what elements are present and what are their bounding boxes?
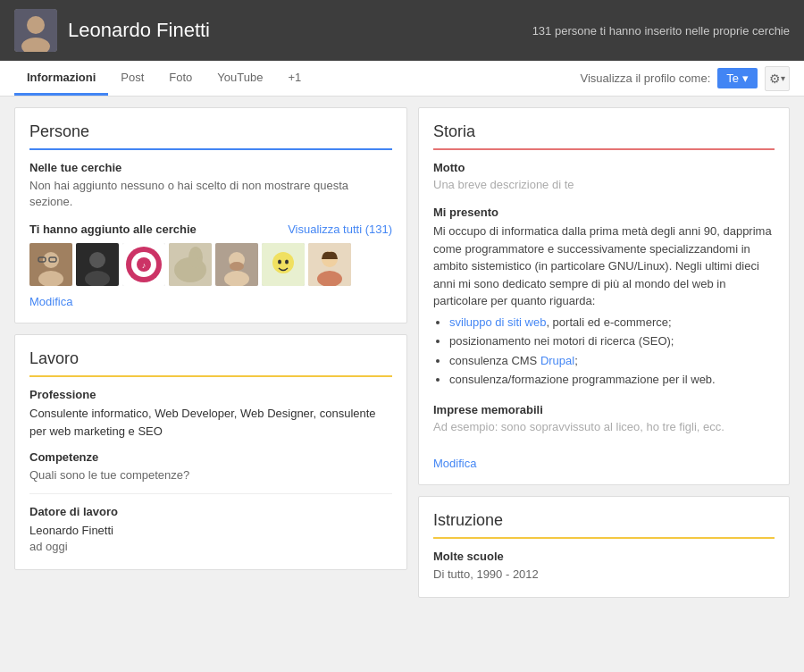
svg-point-23 [230,262,244,271]
molte-scuole-label: Molte scuole [433,550,775,563]
lavoro-title: Lavoro [29,349,392,377]
motto-placeholder: Una breve descrizione di te [433,178,775,191]
list-item[interactable] [76,243,119,286]
persone-modifica-link[interactable]: Modifica [29,295,72,308]
competenze-label: Competenze [29,450,392,464]
list-item[interactable] [29,243,72,286]
tab-plus1[interactable]: +1 [275,61,314,96]
storia-title: Storia [433,122,775,150]
svg-point-19 [194,248,201,259]
nav-bar: Informazioni Post Foto YouTube +1 Visual… [0,61,804,97]
datore-label: Datore di lavoro [29,505,392,518]
svg-text:♪: ♪ [142,261,147,270]
mi-presento-section: Mi presento Mi occupo di informatica dal… [433,206,775,389]
persone-title: Persone [29,122,392,150]
svg-point-9 [89,252,105,268]
header-circles-text: 131 persone ti hanno inserito nelle prop… [532,24,790,38]
tab-foto[interactable]: Foto [156,61,205,96]
istruzione-card: Istruzione Molte scuole Di tutto, 1990 -… [418,496,790,598]
list-item[interactable] [308,243,351,286]
header-left: Leonardo Finetti [14,9,210,52]
view-profile-label: Visualizza il profilo come: [581,71,711,85]
nelle-tue-cerchie-text: Non hai aggiunto nessuno o hai scelto di… [29,178,392,210]
mi-presento-body: Mi occupo di informatica dalla prima met… [433,223,775,389]
nav-tabs: Informazioni Post Foto YouTube +1 [14,61,314,96]
professione-value: Consulente informatico, Web Developer, W… [29,405,392,440]
header-name: Leonardo Finetti [68,19,210,42]
divider [29,493,392,494]
gear-chevron-icon: ▾ [781,73,785,83]
sviluppo-link[interactable]: sviluppo di siti web [449,315,546,329]
gear-button[interactable]: ⚙ ▾ [765,66,790,91]
list-item: sviluppo di siti web, portali ed e-comme… [449,314,775,332]
lavoro-card: Lavoro Professione Consulente informatic… [14,334,407,570]
chevron-down-icon: ▾ [742,71,749,85]
list-item: consulenza/formazione programmazione per… [449,371,775,389]
left-column: Persone Nelle tue cerchie Non hai aggiun… [14,107,407,598]
main-content: Persone Nelle tue cerchie Non hai aggiun… [0,97,804,609]
list-item: posizionamento nei motori di ricerca (SE… [449,332,775,350]
list-item[interactable] [215,243,258,286]
storia-modifica-link[interactable]: Modifica [433,457,476,470]
ti-hanno-header: Ti hanno aggiunto alle cerchie Visualizz… [29,223,392,236]
tab-post[interactable]: Post [108,61,156,96]
drupal-link[interactable]: Drupal [540,354,574,367]
tab-informazioni[interactable]: Informazioni [14,61,108,96]
persone-card: Persone Nelle tue cerchie Non hai aggiun… [14,107,407,323]
svg-point-1 [27,16,45,34]
mi-presento-list: sviluppo di siti web, portali ed e-comme… [433,314,775,389]
imprese-label: Imprese memorabili [433,403,775,416]
header: Leonardo Finetti 131 persone ti hanno in… [0,0,804,61]
te-button[interactable]: Te ▾ [717,68,758,88]
datore-value: Leonardo Finetti [29,522,392,540]
competenze-placeholder: Quali sono le tue competenze? [29,467,392,483]
svg-point-27 [285,260,289,265]
istruzione-title: Istruzione [433,511,775,539]
ti-hanno-label: Ti hanno aggiunto alle cerchie [29,223,197,236]
svg-point-26 [278,260,281,265]
molte-scuole-sub: Di tutto, 1990 - 2012 [433,567,775,583]
gear-icon: ⚙ [769,71,781,86]
motto-label: Motto [433,161,775,174]
imprese-placeholder: Ad esempio: sono sopravvissuto al liceo,… [433,420,775,433]
tab-youtube[interactable]: YouTube [205,61,275,96]
list-item[interactable] [262,243,305,286]
list-item[interactable] [169,243,212,286]
nav-right: Visualizza il profilo come: Te ▾ ⚙ ▾ [581,66,790,91]
visualizza-tutti-link[interactable]: Visualizza tutti (131) [288,223,392,236]
avatar [14,9,57,52]
list-item: consulenza CMS Drupal; [449,352,775,370]
professione-label: Professione [29,388,392,401]
imprese-section: Imprese memorabili Ad esempio: sono sopr… [433,403,775,433]
datore-sub: ad oggi [29,539,392,555]
right-column: Storia Motto Una breve descrizione di te… [418,107,790,598]
storia-card: Storia Motto Una breve descrizione di te… [418,107,790,485]
mi-presento-label: Mi presento [433,206,775,219]
nelle-tue-cerchie-label: Nelle tue cerchie [29,161,392,174]
avatars-row: ♪ [29,243,392,286]
list-item[interactable]: ♪ [122,243,165,286]
motto-section: Motto Una breve descrizione di te [433,161,775,191]
